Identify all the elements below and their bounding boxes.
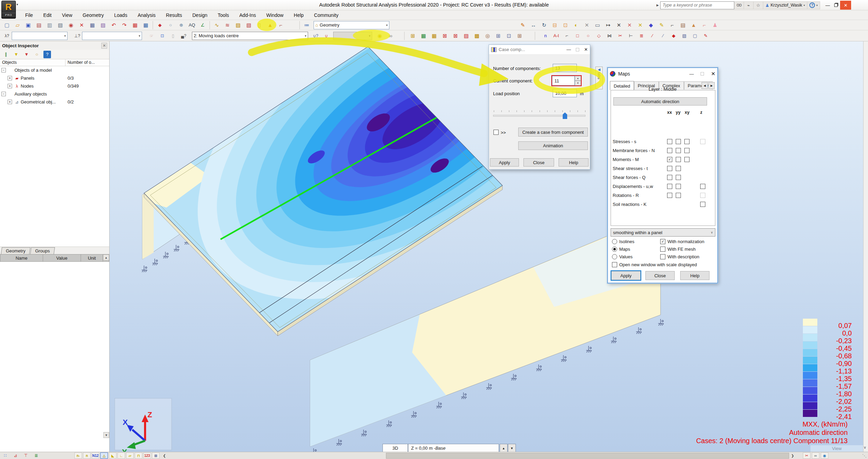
case-help-button[interactable]: Help xyxy=(559,158,589,167)
layers-icon[interactable]: ≣ xyxy=(32,452,40,459)
tree-expander-icon[interactable]: − xyxy=(1,68,6,72)
checkbox-xy[interactable] xyxy=(684,139,690,144)
extrude-icon[interactable]: ◆ xyxy=(646,21,656,30)
panel-window-icon[interactable]: ⊡ xyxy=(157,31,167,40)
toggle-node-numbers[interactable]: n- xyxy=(74,452,82,459)
communication-center-icon[interactable]: ⌁ xyxy=(744,1,754,9)
section-select-icon[interactable]: ⊥? xyxy=(72,31,82,40)
check-with-normalization[interactable]: With normalization xyxy=(660,239,704,244)
mirror-icon[interactable]: ◐ xyxy=(571,21,581,30)
checkbox-yy[interactable] xyxy=(676,157,681,162)
favorites-star-icon[interactable]: ☆ xyxy=(754,1,763,9)
extend-icon[interactable]: ⊢ xyxy=(626,31,636,40)
opening-icon[interactable]: ▢ xyxy=(690,31,700,40)
toggle-node-symbols[interactable]: N12 xyxy=(92,452,99,459)
mesh-quad-icon[interactable]: ⊞ xyxy=(493,31,503,40)
maps-help-button[interactable]: Help xyxy=(680,271,709,280)
option-checkbox-icon[interactable] xyxy=(660,254,665,259)
checkbox-z[interactable] xyxy=(700,139,705,144)
maps-dialog[interactable]: Maps — ✕ DetailedPrincipalComplexParamet… xyxy=(607,68,718,283)
corner-tool-icon[interactable]: ⌐ xyxy=(562,31,572,40)
mesh-generate-icon[interactable]: ⊞ xyxy=(408,31,418,40)
load-level-icon[interactable]: ▄? xyxy=(179,31,188,40)
radio-isolines[interactable]: Isolines xyxy=(612,239,634,244)
tree-objects-of-model[interactable]: − Objects of a model xyxy=(0,66,109,74)
checkbox-z[interactable] xyxy=(700,193,705,198)
toggle-local-axes[interactable]: ∟ xyxy=(118,452,125,459)
intersect-icon[interactable]: ✕ xyxy=(614,21,624,30)
save-icon[interactable]: ▣ xyxy=(23,21,33,30)
panel-selection-combo[interactable]: ▾ xyxy=(82,32,142,40)
spin-down-icon[interactable]: ▼ xyxy=(575,81,581,86)
automatic-direction-button[interactable]: Automatic direction xyxy=(613,97,707,106)
load-position-field[interactable]: 10,00 xyxy=(553,89,577,97)
zoom-icon[interactable]: ○ xyxy=(166,21,175,30)
open-new-window-checkbox[interactable]: Open new window with scale displayed xyxy=(612,262,697,267)
grab-icon[interactable]: ☞ xyxy=(147,31,156,40)
clip-planes-icon[interactable]: ✂ xyxy=(803,452,810,459)
person-load-icon[interactable]: ♟ xyxy=(710,21,720,30)
draw-angle-icon[interactable]: ✎ xyxy=(657,21,666,30)
option-checkbox-icon[interactable] xyxy=(660,247,665,252)
split-horizontal-icon[interactable]: ⊟ xyxy=(550,21,560,30)
inactive-tool-icon[interactable]: ▯ xyxy=(168,31,178,40)
inspector-bars-icon[interactable]: ∥ xyxy=(2,51,10,58)
help-menu[interactable]: ? ▾ xyxy=(807,1,820,9)
new-project-icon[interactable]: ▢ xyxy=(2,21,12,30)
prop-scroll-down[interactable]: ▼ xyxy=(103,432,109,438)
checkbox-xx[interactable] xyxy=(667,166,672,171)
diagrams-icon[interactable]: ≋ xyxy=(223,21,232,30)
case-dialog-titlebar[interactable]: Case comp... — ✕ xyxy=(489,45,590,54)
load-case-combo[interactable]: 2: Moving loads centre▾ xyxy=(192,32,308,40)
node-select-icon[interactable]: λ? xyxy=(2,31,12,40)
toggle-panel-numbers[interactable]: n xyxy=(83,452,91,459)
tools-wrench-icon[interactable]: ⌐ xyxy=(276,21,286,30)
panel-description-icon[interactable]: A-l xyxy=(551,31,561,40)
tab-geometry[interactable]: Geometry xyxy=(1,247,31,254)
current-component-spinner[interactable]: 11 ▲ ▼ xyxy=(552,76,581,86)
menu-analysis[interactable]: Analysis xyxy=(132,11,161,19)
flag-icon[interactable]: ⊿ xyxy=(12,452,19,459)
toggles-scroll-left[interactable]: ❮ xyxy=(163,454,166,458)
case-components-dialog[interactable]: Case comp... — ✕ Number of components: 1… xyxy=(489,44,590,170)
mesh-unfreeze-icon[interactable]: ⊠ xyxy=(451,31,460,40)
render-colors-icon[interactable]: ◉ xyxy=(821,452,828,459)
offset-tool-icon[interactable]: ∕ xyxy=(658,31,668,40)
menu-results[interactable]: Results xyxy=(161,11,187,19)
maps-minimize-icon[interactable]: — xyxy=(689,71,694,77)
circle-contour-icon[interactable]: ○ xyxy=(583,31,593,40)
frame-icon[interactable]: ▭ xyxy=(593,21,602,30)
menu-loads[interactable]: Loads xyxy=(109,11,132,19)
trim-icon[interactable]: ✂ xyxy=(615,31,625,40)
line-tool-icon[interactable]: ∕ xyxy=(647,31,657,40)
divide-panel-icon[interactable]: ⋈ xyxy=(605,31,614,40)
checkbox-xx[interactable] xyxy=(667,157,672,162)
node-selection-combo[interactable]: ▾ xyxy=(12,32,68,40)
maps-on-panels-icon[interactable]: ▨ xyxy=(233,21,243,30)
maps-close-button[interactable]: Close xyxy=(645,271,675,280)
close-button[interactable]: ✕ xyxy=(840,1,851,10)
print-icon[interactable]: ▤ xyxy=(34,21,44,30)
toggle-grid[interactable]: ⊞ xyxy=(152,452,160,459)
inspector-toggle-icon[interactable]: ∷ xyxy=(1,452,9,459)
menu-add-ins[interactable]: Add-Ins xyxy=(234,11,261,19)
mesh-quality-icon[interactable]: ⊞ xyxy=(515,31,524,40)
mesh-map-icon[interactable]: ▦ xyxy=(419,31,428,40)
checkbox-xx[interactable] xyxy=(667,193,672,198)
prop-col-unit[interactable]: Unit xyxy=(81,255,103,261)
redo-icon[interactable]: ↷ xyxy=(120,21,129,30)
tree-expander-icon[interactable]: + xyxy=(8,84,12,88)
checkbox-xx[interactable] xyxy=(667,184,672,189)
print-preview-icon[interactable]: ▥ xyxy=(45,21,54,30)
radio-icon[interactable] xyxy=(612,247,617,252)
case-close-button[interactable]: Close xyxy=(523,158,554,167)
rect-contour-icon[interactable]: □ xyxy=(573,31,582,40)
intersect-red-icon[interactable]: ✕ xyxy=(625,21,634,30)
check-with-fe-mesh[interactable]: With FE mesh xyxy=(660,247,696,252)
toggle-sections[interactable]: ⊓ xyxy=(135,452,142,459)
tree-geometrical-objects[interactable]: + ⊿ Geometrical obj... 0/2 xyxy=(0,98,109,106)
case-apply-button[interactable]: Apply xyxy=(490,158,519,167)
filter-icon[interactable]: ▼ xyxy=(12,51,20,58)
search-icon[interactable]: ○ xyxy=(33,51,41,58)
tab-groups[interactable]: Groups xyxy=(30,247,55,254)
